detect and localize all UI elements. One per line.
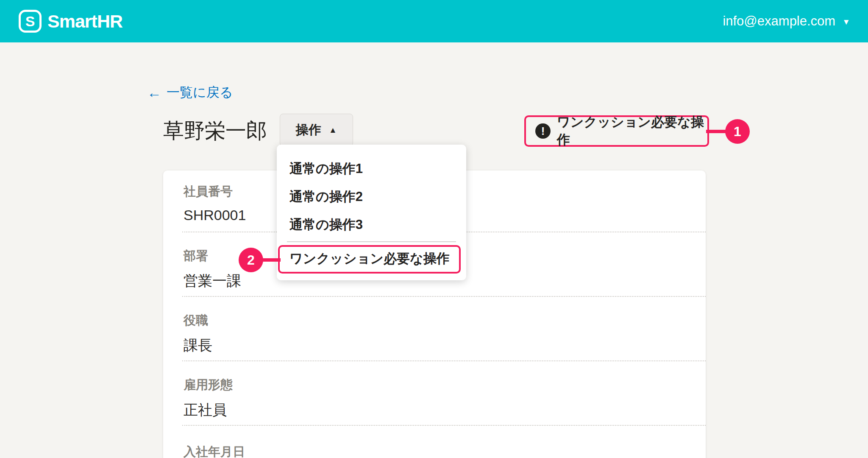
field-label: 役職 <box>184 312 706 329</box>
account-email: info@example.com <box>723 14 835 29</box>
page-title: 草野栄一郎 <box>163 117 267 145</box>
chevron-down-icon: ▼ <box>842 16 850 27</box>
actions-dropdown-menu: 通常の操作1 通常の操作2 通常の操作3 ワンクッション必要な操作 <box>277 145 466 280</box>
menu-item-normal-3[interactable]: 通常の操作3 <box>277 211 466 239</box>
callout-label: ワンクッション必要な操作 <box>557 113 707 149</box>
annotation-marker-2: 2 <box>239 248 263 272</box>
field-value: 課長 <box>184 336 706 355</box>
field-row-employment-type: 雇用形態 正社員 <box>182 361 706 426</box>
account-menu[interactable]: info@example.com ▼ <box>723 14 850 29</box>
annotation-marker-1: 1 <box>725 119 750 144</box>
smarthr-logo-text: SmartHR <box>47 11 122 32</box>
actions-dropdown-button[interactable]: 操作 ▲ <box>280 114 353 146</box>
page: S SmartHR info@example.com ▼ ← 一覧に戻る 草野栄… <box>0 0 868 458</box>
menu-item-normal-1[interactable]: 通常の操作1 <box>277 155 466 183</box>
annotation-connector-2 <box>262 258 281 262</box>
field-label: 雇用形態 <box>184 377 706 394</box>
exclamation-icon: ! <box>535 123 551 139</box>
menu-divider <box>287 241 456 242</box>
app-header: S SmartHR info@example.com ▼ <box>0 0 868 42</box>
annotation-connector-1 <box>706 130 727 133</box>
field-label: 入社年月日 <box>184 444 706 458</box>
actions-button-label: 操作 <box>296 121 321 139</box>
cushion-action-callout: ! ワンクッション必要な操作 <box>524 115 709 147</box>
back-to-list-link[interactable]: ← 一覧に戻る <box>147 84 233 101</box>
menu-item-cushion-action[interactable]: ワンクッション必要な操作 <box>277 245 466 273</box>
field-row-position: 役職 課長 <box>182 297 706 361</box>
chevron-up-icon: ▲ <box>329 126 337 135</box>
smarthr-logo: S SmartHR <box>19 10 122 33</box>
field-value: 正社員 <box>184 400 706 420</box>
back-link-label: 一覧に戻る <box>167 84 233 101</box>
menu-item-normal-2[interactable]: 通常の操作2 <box>277 183 466 211</box>
arrow-left-icon: ← <box>147 84 161 101</box>
field-row-hire-date: 入社年月日 <box>182 426 706 458</box>
smarthr-logo-icon: S <box>19 10 42 33</box>
